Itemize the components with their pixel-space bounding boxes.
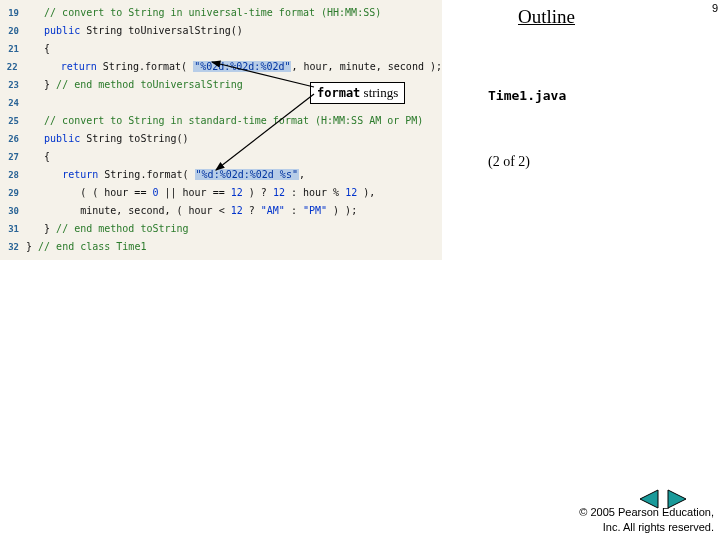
page-number: 9	[712, 2, 718, 14]
side-panel: Outline Time1.java (2 of 2)	[458, 6, 706, 28]
code-line: 26 public String toString()	[0, 130, 442, 148]
line-number: 29	[0, 185, 26, 201]
code-text: , hour, minute, second );	[291, 61, 442, 72]
code-src: // convert to String in standard-time fo…	[26, 112, 423, 130]
string-literal: "PM"	[303, 205, 327, 216]
line-number: 27	[0, 149, 26, 165]
code-line: 31 } // end method toString	[0, 220, 442, 238]
number: 12	[231, 187, 243, 198]
code-line: 21 {	[0, 40, 442, 58]
code-src: } // end method toString	[26, 220, 189, 238]
line-number: 24	[0, 95, 26, 111]
keyword: return	[61, 61, 97, 72]
brace: }	[44, 223, 56, 234]
copyright-line-1: © 2005 Pearson Education,	[579, 505, 714, 519]
page-count-label: (2 of 2)	[488, 154, 530, 170]
code-text: :	[285, 205, 303, 216]
code-src: } // end class Time1	[26, 238, 146, 256]
comment: // convert to String in universal-time f…	[44, 7, 381, 18]
code-text: ),	[357, 187, 375, 198]
line-number: 20	[0, 23, 26, 39]
line-number: 23	[0, 77, 26, 93]
brace: }	[44, 79, 56, 90]
code-line: 20 public String toUniversalString()	[0, 22, 442, 40]
code-text: ,	[299, 169, 305, 180]
line-number: 32	[0, 239, 26, 255]
code-text: String.format(	[97, 61, 193, 72]
code-text: ) ?	[243, 187, 273, 198]
number: 12	[345, 187, 357, 198]
comment: // convert to String in standard-time fo…	[44, 115, 423, 126]
brace: {	[44, 151, 50, 162]
code-src: } // end method toUniversalString	[26, 76, 243, 94]
code-src: minute, second, ( hour < 12 ? "AM" : "PM…	[26, 202, 357, 220]
brace: }	[26, 241, 38, 252]
outline-heading: Outline	[518, 6, 706, 28]
line-number: 28	[0, 167, 26, 183]
code-text: String.format(	[98, 169, 194, 180]
callout-box: format strings	[310, 82, 405, 104]
code-line: 25 // convert to String in standard-time…	[0, 112, 442, 130]
comment: // end method toString	[56, 223, 188, 234]
brace: {	[44, 43, 50, 54]
filename-label: Time1.java	[488, 88, 566, 103]
code-line: 32 } // end class Time1	[0, 238, 442, 256]
code-line: 27 {	[0, 148, 442, 166]
code-text: minute, second, ( hour <	[80, 205, 231, 216]
line-number: 30	[0, 203, 26, 219]
string-literal: "AM"	[261, 205, 285, 216]
number: 12	[273, 187, 285, 198]
code-panel: 19 // convert to String in universal-tim…	[0, 0, 442, 260]
code-src: public String toString()	[26, 130, 189, 148]
code-src: public String toUniversalString()	[26, 22, 243, 40]
line-number: 25	[0, 113, 26, 129]
string-literal: "%d:%02d:%02d %s"	[195, 169, 299, 180]
comment: // end class Time1	[38, 241, 146, 252]
code-text: ) );	[327, 205, 357, 216]
code-text: ?	[243, 205, 261, 216]
code-src: return String.format( "%02d:%02d:%02d", …	[25, 58, 442, 76]
keyword: public	[44, 133, 80, 144]
line-number: 19	[0, 5, 26, 21]
code-src: {	[26, 40, 50, 58]
code-text: ( ( hour ==	[80, 187, 152, 198]
code-src: // convert to String in universal-time f…	[26, 4, 381, 22]
code-line: 22 return String.format( "%02d:%02d:%02d…	[0, 58, 442, 76]
code-line: 19 // convert to String in universal-tim…	[0, 4, 442, 22]
code-text: String toString()	[80, 133, 188, 144]
code-text: : hour %	[285, 187, 345, 198]
callout-rest: strings	[360, 85, 398, 100]
code-text: || hour ==	[158, 187, 230, 198]
line-number: 26	[0, 131, 26, 147]
copyright-footer: © 2005 Pearson Education, Inc. All right…	[579, 505, 714, 534]
line-number: 31	[0, 221, 26, 237]
keyword: public	[44, 25, 80, 36]
code-src: ( ( hour == 0 || hour == 12 ) ? 12 : hou…	[26, 184, 375, 202]
callout-bold: format	[317, 86, 360, 100]
code-src	[26, 94, 32, 112]
code-line: 28 return String.format( "%d:%02d:%02d %…	[0, 166, 442, 184]
line-number: 22	[0, 59, 25, 75]
comment: // end method toUniversalString	[56, 79, 243, 90]
copyright-line-2: Inc. All rights reserved.	[579, 520, 714, 534]
code-src: {	[26, 148, 50, 166]
code-src: return String.format( "%d:%02d:%02d %s",	[26, 166, 305, 184]
line-number: 21	[0, 41, 26, 57]
code-line: 30 minute, second, ( hour < 12 ? "AM" : …	[0, 202, 442, 220]
code-text: String toUniversalString()	[80, 25, 243, 36]
code-line: 29 ( ( hour == 0 || hour == 12 ) ? 12 : …	[0, 184, 442, 202]
keyword: return	[62, 169, 98, 180]
string-literal: "%02d:%02d:%02d"	[193, 61, 291, 72]
number: 12	[231, 205, 243, 216]
